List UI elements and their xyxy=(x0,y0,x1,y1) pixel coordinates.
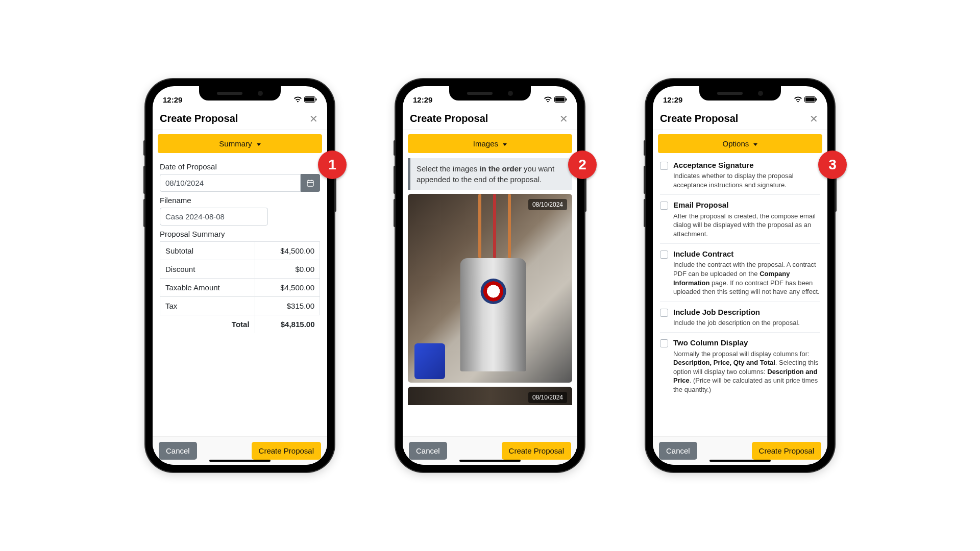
table-row: Discount$0.00 xyxy=(160,260,320,279)
option-title: Include Job Description xyxy=(673,307,820,317)
date-input[interactable] xyxy=(160,174,301,192)
svg-rect-11 xyxy=(805,97,815,102)
row-value: $4,500.00 xyxy=(255,279,320,297)
battery-icon xyxy=(304,96,317,103)
option-acceptance-signature: Acceptance Signature Indicates whether t… xyxy=(660,155,820,195)
phone-notch xyxy=(449,86,531,101)
checkbox[interactable] xyxy=(660,162,668,170)
tab-options[interactable]: Options xyxy=(658,134,822,153)
total-row: Total$4,815.00 xyxy=(160,315,320,334)
total-label: Total xyxy=(160,315,255,334)
tab-label: Options xyxy=(723,139,749,148)
close-icon[interactable]: ✕ xyxy=(557,114,570,124)
image-item-1[interactable]: 08/10/2024 xyxy=(408,194,572,383)
cancel-button[interactable]: Cancel xyxy=(409,442,447,460)
cancel-button[interactable]: Cancel xyxy=(159,442,197,460)
phone-notch xyxy=(699,86,781,101)
row-value: $0.00 xyxy=(255,260,320,279)
summary-label: Proposal Summary xyxy=(160,230,320,238)
phone-side-button xyxy=(143,140,145,156)
wifi-icon xyxy=(293,96,302,103)
phone-mockup-2: 2 12:29 Create Proposal ✕ Images Select … xyxy=(396,79,584,472)
calendar-button[interactable] xyxy=(301,174,320,192)
phone-mockup-3: 3 12:29 Create Proposal ✕ Options Accept… xyxy=(646,79,835,472)
table-row: Subtotal$4,500.00 xyxy=(160,242,320,260)
phone-side-button xyxy=(644,199,646,227)
modal-title: Create Proposal xyxy=(410,113,488,124)
checkbox[interactable] xyxy=(660,251,668,259)
checkbox[interactable] xyxy=(660,339,668,347)
table-row: Taxable Amount$4,500.00 xyxy=(160,279,320,297)
row-label: Subtotal xyxy=(160,242,255,260)
row-label: Tax xyxy=(160,297,255,315)
image-item-2[interactable]: 08/10/2024 xyxy=(408,387,572,405)
battery-icon xyxy=(804,96,817,103)
tab-label: Summary xyxy=(219,139,252,148)
wifi-icon xyxy=(794,96,802,103)
status-time: 12:29 xyxy=(663,95,682,104)
row-value: $4,500.00 xyxy=(255,242,320,260)
tab-summary[interactable]: Summary xyxy=(158,134,322,153)
summary-table: Subtotal$4,500.00 Discount$0.00 Taxable … xyxy=(160,241,320,333)
row-label: Taxable Amount xyxy=(160,279,255,297)
svg-rect-9 xyxy=(566,98,567,101)
calendar-icon xyxy=(306,179,314,187)
option-desc: Include the job description on the propo… xyxy=(673,319,800,327)
close-icon[interactable]: ✕ xyxy=(807,114,820,124)
checkbox[interactable] xyxy=(660,309,668,317)
svg-rect-1 xyxy=(305,97,314,102)
create-proposal-button[interactable]: Create Proposal xyxy=(752,442,821,460)
option-include-contract: Include Contract Include the contract wi… xyxy=(660,244,820,302)
phone-side-button xyxy=(394,166,396,194)
battery-icon xyxy=(554,96,567,103)
option-title: Include Contract xyxy=(673,249,820,259)
water-heater-illustration xyxy=(460,258,526,371)
create-proposal-button[interactable]: Create Proposal xyxy=(502,442,571,460)
step-badge-1: 1 xyxy=(318,151,347,179)
option-include-job-description: Include Job Description Include the job … xyxy=(660,302,820,333)
row-label: Discount xyxy=(160,260,255,279)
close-icon[interactable]: ✕ xyxy=(307,114,320,124)
row-value: $315.00 xyxy=(255,297,320,315)
option-title: Email Proposal xyxy=(673,200,820,210)
svg-rect-12 xyxy=(816,98,817,101)
option-two-column-display: Two Column Display Normally the proposal… xyxy=(660,333,820,399)
cancel-button[interactable]: Cancel xyxy=(659,442,697,460)
phone-side-button xyxy=(143,166,145,194)
step-badge-2: 2 xyxy=(568,151,597,179)
option-desc: Indicates whether to display the proposa… xyxy=(673,172,794,189)
checkbox[interactable] xyxy=(660,202,668,210)
images-instruction: Select the images in the order you want … xyxy=(408,158,572,190)
tab-label: Images xyxy=(473,139,498,148)
filename-label: Filename xyxy=(160,196,320,205)
filename-input[interactable] xyxy=(160,208,268,226)
step-badge-3: 3 xyxy=(818,151,847,179)
tab-images[interactable]: Images xyxy=(408,134,572,153)
phone-mockup-1: 1 12:29 Create Proposal ✕ Summary Date o… xyxy=(145,79,334,472)
total-value: $4,815.00 xyxy=(255,315,320,334)
status-time: 12:29 xyxy=(413,95,432,104)
phone-side-button xyxy=(644,140,646,156)
modal-title: Create Proposal xyxy=(660,113,738,124)
option-desc: After the proposal is created, the compo… xyxy=(673,212,816,238)
svg-rect-8 xyxy=(555,97,565,102)
date-label: Date of Proposal xyxy=(160,162,320,171)
wifi-icon xyxy=(544,96,552,103)
option-title: Acceptance Signature xyxy=(673,160,820,170)
option-email-proposal: Email Proposal After the proposal is cre… xyxy=(660,195,820,244)
image-date-badge: 08/10/2024 xyxy=(528,392,567,403)
svg-rect-2 xyxy=(316,98,317,101)
status-time: 12:29 xyxy=(163,95,182,104)
svg-rect-3 xyxy=(307,181,313,186)
home-indicator xyxy=(459,460,521,462)
phone-side-button xyxy=(143,199,145,227)
create-proposal-button[interactable]: Create Proposal xyxy=(252,442,321,460)
phone-notch xyxy=(199,86,281,101)
phone-side-button xyxy=(394,199,396,227)
phone-side-button xyxy=(394,140,396,156)
table-row: Tax$315.00 xyxy=(160,297,320,315)
modal-title: Create Proposal xyxy=(160,113,238,124)
home-indicator xyxy=(209,460,271,462)
home-indicator xyxy=(709,460,771,462)
image-date-badge: 08/10/2024 xyxy=(528,199,567,210)
